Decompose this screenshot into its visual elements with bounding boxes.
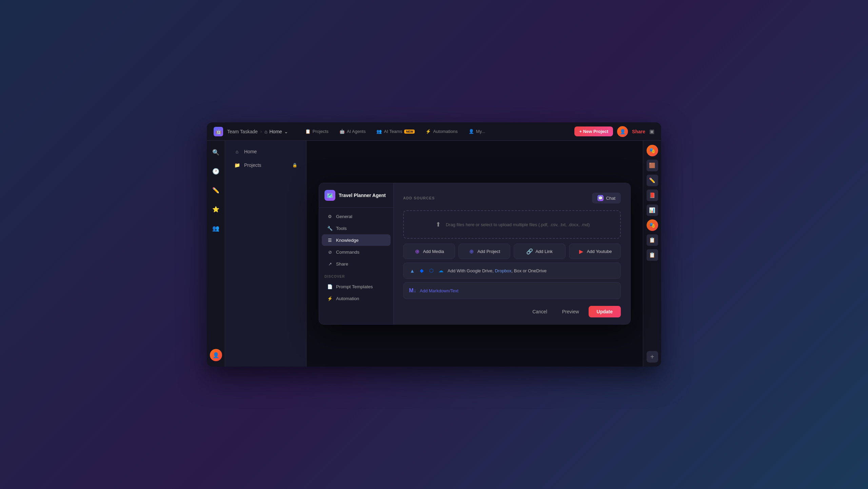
home-nav-icon: ⌂ — [234, 149, 240, 155]
modal-overlay: 🗺️ Travel Planner Agent ⚙ General 🔧 Tool… — [307, 141, 643, 367]
link-icon: 🔗 — [527, 248, 533, 254]
knowledge-icon: ☰ — [327, 237, 333, 243]
right-icon-4[interactable]: 📊 — [647, 204, 658, 216]
knowledge-label: Knowledge — [336, 238, 359, 243]
general-label: General — [336, 214, 352, 219]
sidebar-edit-icon[interactable]: ✏️ — [210, 184, 222, 196]
add-link-label: Add Link — [535, 249, 553, 254]
markdown-row[interactable]: M↓ Add Markdown/Text — [403, 282, 621, 299]
lock-icon: 🔒 — [292, 163, 297, 168]
add-youtube-button[interactable]: ▶ Add Youtube — [569, 243, 621, 259]
tools-label: Tools — [336, 226, 347, 231]
right-sidebar: 🎭 🟫 ✏️ 📕 📊 🎭 📋 📋 + — [643, 141, 661, 367]
modal-nav-tools[interactable]: 🔧 Tools — [322, 222, 391, 234]
tab-automations[interactable]: ⚡ Automations — [421, 127, 462, 136]
prompt-templates-icon: 📄 — [327, 284, 333, 289]
update-button[interactable]: Update — [589, 306, 621, 317]
new-project-button[interactable]: + New Project — [574, 126, 613, 136]
add-media-button[interactable]: ⊕ Add Media — [403, 243, 455, 259]
automation-label: Automation — [336, 296, 359, 301]
modal-nav-knowledge[interactable]: ☰ Knowledge — [322, 234, 391, 246]
add-project-label: Add Project — [477, 249, 500, 254]
sidebar-users-icon[interactable]: 👥 — [210, 222, 222, 234]
right-icon-5[interactable]: 📋 — [647, 234, 658, 246]
add-project-button[interactable]: ⊕ Add Project — [458, 243, 510, 259]
modal-sidebar: 🗺️ Travel Planner Agent ⚙ General 🔧 Tool… — [319, 183, 394, 324]
modal-footer: Cancel Preview Update — [403, 299, 621, 317]
breadcrumb-home[interactable]: ⌂ Home ⌄ — [264, 129, 288, 134]
sidebar-search-icon[interactable]: 🔍 — [210, 146, 222, 158]
right-avatar-1[interactable]: 🎭 — [647, 145, 658, 156]
sidebar-history-icon[interactable]: 🕐 — [210, 165, 222, 177]
tab-projects[interactable]: 📋 Projects — [300, 127, 333, 136]
youtube-icon: ▶ — [578, 248, 584, 254]
breadcrumb-separator: › — [260, 129, 262, 134]
onedrive-icon: ☁ — [437, 267, 444, 274]
add-link-button[interactable]: 🔗 Add Link — [514, 243, 566, 259]
modal-nav-prompt-templates[interactable]: 📄 Prompt Templates — [322, 281, 391, 292]
automation-icon: ⚡ — [327, 296, 333, 301]
drop-zone[interactable]: ⬆ Drag files here or select to upload mu… — [403, 210, 621, 239]
modal-nav-automation[interactable]: ⚡ Automation — [322, 293, 391, 304]
cancel-button[interactable]: Cancel — [527, 306, 553, 317]
nav-item-projects[interactable]: 📁 Projects 🔒 — [228, 159, 303, 172]
cloud-row[interactable]: ▲ ◆ ⬡ ☁ Add With Google Drive, Dropbox, … — [403, 262, 621, 279]
right-icon-6[interactable]: 📋 — [647, 249, 658, 261]
drop-zone-text: Drag files here or select to upload mult… — [446, 222, 590, 227]
right-icon-3[interactable]: 📕 — [647, 190, 658, 201]
modal-title: Travel Planner Agent — [339, 193, 386, 198]
add-button[interactable]: + — [647, 351, 658, 363]
add-youtube-label: Add Youtube — [587, 249, 612, 254]
nav-item-projects-label: Projects — [244, 162, 261, 168]
left-sidebar: 🔍 🕐 ✏️ ⭐ 👥 👤 — [207, 141, 225, 367]
right-icon-1[interactable]: 🟫 — [647, 160, 658, 171]
google-drive-icon: ▲ — [409, 267, 416, 274]
avatar: 👤 — [617, 126, 628, 137]
tab-ai-agents[interactable]: 🤖 AI Agents — [335, 127, 371, 136]
tab-my[interactable]: 👤 My... — [464, 127, 490, 136]
preview-button[interactable]: Preview — [557, 306, 585, 317]
ai-teams-icon: 👥 — [376, 129, 382, 134]
cloud-text: Add With Google Drive, Dropbox, Box or O… — [448, 268, 547, 273]
nav-panel: ⌂ Home 📁 Projects 🔒 — [225, 141, 307, 367]
modal: 🗺️ Travel Planner Agent ⚙ General 🔧 Tool… — [319, 183, 631, 325]
top-bar-tabs: 📋 Projects 🤖 AI Agents 👥 AI Teams NEW ⚡ … — [300, 127, 569, 136]
commands-label: Commands — [336, 250, 359, 255]
chat-button-icon: 💬 — [597, 195, 604, 201]
share-label: Share — [336, 261, 348, 267]
top-bar-right: + New Project 👤 Share ▣ — [574, 126, 654, 137]
upload-icon: ⬆ — [434, 220, 442, 229]
modal-content-header: ADD SOURCES 💬 Chat — [403, 193, 621, 203]
sidebar-star-icon[interactable]: ⭐ — [210, 203, 222, 215]
right-icon-2[interactable]: ✏️ — [647, 175, 658, 186]
top-bar: 🤖 Team Taskade › ⌂ Home ⌄ 📋 Projects 🤖 A… — [207, 122, 661, 141]
app-window: 🤖 Team Taskade › ⌂ Home ⌄ 📋 Projects 🤖 A… — [207, 122, 661, 367]
add-media-label: Add Media — [423, 249, 444, 254]
add-sources-label: ADD SOURCES — [403, 196, 435, 200]
modal-nav-commands[interactable]: ⊘ Commands — [322, 246, 391, 258]
chat-button[interactable]: 💬 Chat — [592, 193, 621, 203]
nav-item-home[interactable]: ⌂ Home — [228, 145, 303, 158]
my-icon: 👤 — [469, 129, 474, 134]
bg-content: 🗺️ Travel Planner Agent ⚙ General 🔧 Tool… — [307, 141, 643, 367]
home-icon: ⌂ — [264, 129, 267, 134]
layout-icon[interactable]: ▣ — [649, 128, 654, 135]
modal-agent-icon: 🗺️ — [324, 190, 335, 201]
dropbox-text: Dropbox — [495, 268, 511, 273]
sidebar-avatar[interactable]: 👤 — [210, 349, 222, 361]
workspace-name: Team Taskade — [227, 129, 258, 134]
modal-nav-general[interactable]: ⚙ General — [322, 211, 391, 222]
home-label: Home — [269, 129, 282, 134]
general-icon: ⚙ — [327, 214, 333, 219]
chat-button-label: Chat — [606, 196, 615, 201]
modal-nav-share[interactable]: ↗ Share — [322, 258, 391, 270]
dropbox-icon: ◆ — [418, 267, 425, 274]
tab-ai-teams[interactable]: 👥 AI Teams NEW — [372, 127, 419, 136]
right-avatar-2[interactable]: 🎭 — [647, 219, 658, 231]
share-button[interactable]: Share — [632, 129, 645, 134]
breadcrumb: Team Taskade › ⌂ Home ⌄ — [227, 129, 288, 134]
project-icon: ⊕ — [469, 248, 475, 254]
new-badge: NEW — [404, 130, 415, 134]
cloud-icons: ▲ ◆ ⬡ ☁ — [409, 267, 444, 274]
box-icon: ⬡ — [428, 267, 435, 274]
